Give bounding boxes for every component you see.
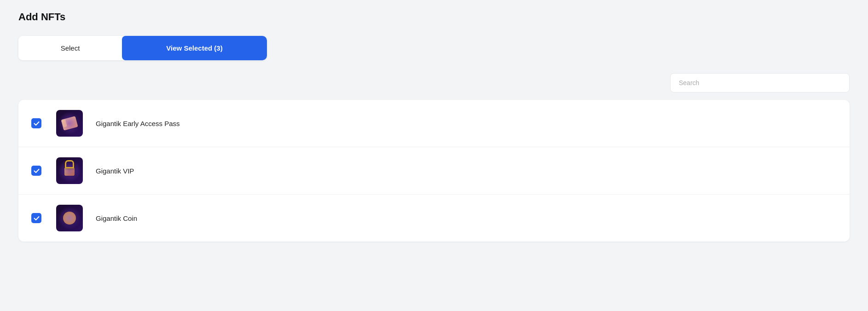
nft-name-1: Gigantik Early Access Pass: [96, 120, 180, 127]
search-area: [18, 73, 850, 92]
checkbox-1[interactable]: [31, 118, 41, 128]
nft-item-3: Gigantik Coin: [18, 195, 850, 242]
nft-thumbnail-2: [56, 157, 83, 184]
page-title: Add NFTs: [18, 11, 850, 23]
checkbox-2[interactable]: [31, 166, 41, 176]
nft-thumbnail-3: [56, 205, 83, 231]
tab-view-selected[interactable]: View Selected (3): [122, 36, 267, 60]
nft-name-3: Gigantik Coin: [96, 214, 137, 222]
tab-select[interactable]: Select: [18, 36, 122, 60]
nft-item-2: Gigantik VIP: [18, 147, 850, 195]
nft-item-1: Gigantik Early Access Pass: [18, 100, 850, 147]
nft-thumbnail-1: [56, 110, 83, 137]
tabs-bar: Select View Selected (3): [18, 36, 267, 60]
checkbox-3[interactable]: [31, 213, 41, 223]
nft-list: Gigantik Early Access Pass Gigantik VIP …: [18, 100, 850, 242]
nft-name-2: Gigantik VIP: [96, 167, 134, 175]
search-input[interactable]: [670, 73, 850, 92]
